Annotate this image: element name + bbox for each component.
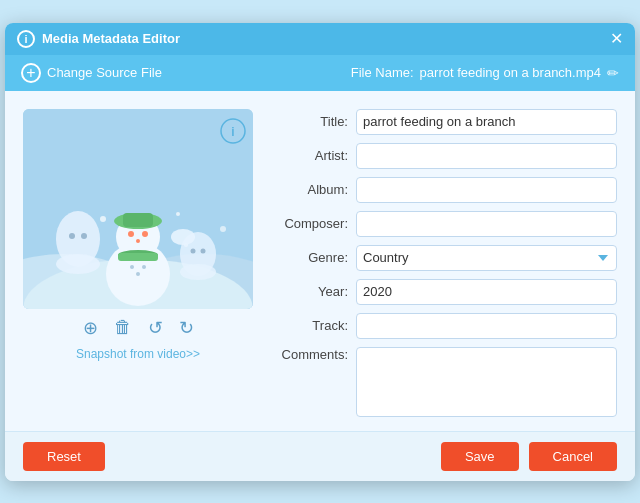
- artist-field-row: Artist:: [273, 143, 617, 169]
- year-field-row: Year:: [273, 279, 617, 305]
- delete-image-button[interactable]: 🗑: [114, 317, 132, 338]
- track-label: Track:: [273, 318, 348, 333]
- svg-text:i: i: [231, 125, 234, 139]
- artist-label: Artist:: [273, 148, 348, 163]
- svg-point-26: [100, 216, 106, 222]
- snapshot-link[interactable]: Snapshot from video>>: [76, 347, 200, 361]
- comments-field-row: Comments:: [273, 347, 617, 417]
- add-image-button[interactable]: ⊕: [83, 317, 98, 339]
- edit-filename-icon[interactable]: ✏: [607, 65, 619, 81]
- media-metadata-editor-window: i Media Metadata Editor ✕ + Change Sourc…: [5, 23, 635, 481]
- comments-input[interactable]: [356, 347, 617, 417]
- title-input[interactable]: [356, 109, 617, 135]
- svg-point-23: [130, 265, 134, 269]
- thumbnail: i: [23, 109, 253, 309]
- change-source-button[interactable]: + Change Source File: [21, 63, 162, 83]
- svg-point-13: [184, 243, 188, 247]
- title-bar-left: i Media Metadata Editor: [17, 30, 180, 48]
- year-label: Year:: [273, 284, 348, 299]
- toolbar: + Change Source File File Name: parrot f…: [5, 55, 635, 91]
- genre-select[interactable]: Country Pop Rock Jazz Classical Other: [356, 245, 617, 271]
- year-input[interactable]: [356, 279, 617, 305]
- save-button[interactable]: Save: [441, 442, 519, 471]
- artist-input[interactable]: [356, 143, 617, 169]
- title-field-row: Title:: [273, 109, 617, 135]
- svg-point-19: [142, 231, 148, 237]
- album-input[interactable]: [356, 177, 617, 203]
- right-panel: Title: Artist: Album: Composer: Genre: C…: [273, 109, 617, 417]
- svg-point-24: [136, 272, 140, 276]
- svg-point-28: [220, 226, 226, 232]
- comments-label: Comments:: [273, 347, 348, 362]
- thumbnail-image: i: [23, 109, 253, 309]
- footer-right-buttons: Save Cancel: [441, 442, 617, 471]
- svg-point-5: [56, 254, 100, 274]
- genre-field-row: Genre: Country Pop Rock Jazz Classical O…: [273, 245, 617, 271]
- composer-field-row: Composer:: [273, 211, 617, 237]
- svg-point-6: [69, 233, 75, 239]
- file-name-area: File Name: parrot feeding on a branch.mp…: [351, 65, 619, 81]
- svg-point-7: [81, 233, 87, 239]
- image-actions: ⊕ 🗑 ↺ ↻: [83, 317, 194, 339]
- svg-point-25: [142, 265, 146, 269]
- content-area: i ⊕ 🗑 ↺ ↻ Snapshot from video>> Title: A…: [5, 91, 635, 431]
- track-input[interactable]: [356, 313, 617, 339]
- svg-point-12: [171, 229, 195, 245]
- footer: Reset Save Cancel: [5, 431, 635, 481]
- title-label: Title:: [273, 114, 348, 129]
- svg-point-20: [136, 239, 140, 243]
- title-bar: i Media Metadata Editor ✕: [5, 23, 635, 55]
- reset-button[interactable]: Reset: [23, 442, 105, 471]
- file-name-value: parrot feeding on a branch.mp4: [420, 65, 601, 80]
- redo-button[interactable]: ↻: [179, 317, 194, 339]
- svg-rect-22: [118, 253, 158, 261]
- track-field-row: Track:: [273, 313, 617, 339]
- close-button[interactable]: ✕: [610, 31, 623, 47]
- svg-point-18: [128, 231, 134, 237]
- svg-point-10: [191, 248, 196, 253]
- svg-point-11: [201, 248, 206, 253]
- svg-point-27: [176, 212, 180, 216]
- file-name-prefix: File Name:: [351, 65, 414, 80]
- album-field-row: Album:: [273, 177, 617, 203]
- album-label: Album:: [273, 182, 348, 197]
- svg-point-9: [180, 264, 216, 280]
- composer-label: Composer:: [273, 216, 348, 231]
- svg-rect-17: [123, 213, 153, 227]
- genre-label: Genre:: [273, 250, 348, 265]
- add-source-icon: +: [21, 63, 41, 83]
- composer-input[interactable]: [356, 211, 617, 237]
- window-title: Media Metadata Editor: [42, 31, 180, 46]
- info-icon: i: [17, 30, 35, 48]
- undo-button[interactable]: ↺: [148, 317, 163, 339]
- left-panel: i ⊕ 🗑 ↺ ↻ Snapshot from video>>: [23, 109, 253, 417]
- cancel-button[interactable]: Cancel: [529, 442, 617, 471]
